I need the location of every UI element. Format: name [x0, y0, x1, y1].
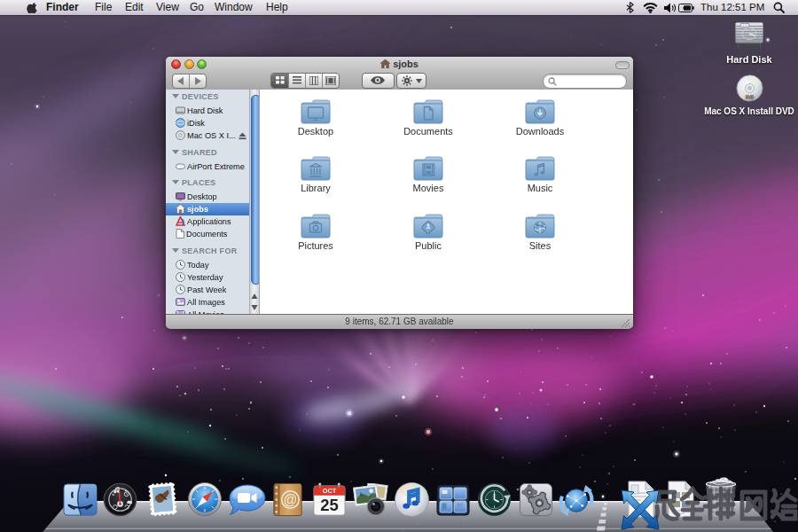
svg-text:25: 25 [320, 496, 339, 514]
svg-text:DVD: DVD [745, 95, 754, 99]
svg-text:OCT: OCT [323, 487, 337, 495]
svg-text:@: @ [284, 492, 297, 507]
